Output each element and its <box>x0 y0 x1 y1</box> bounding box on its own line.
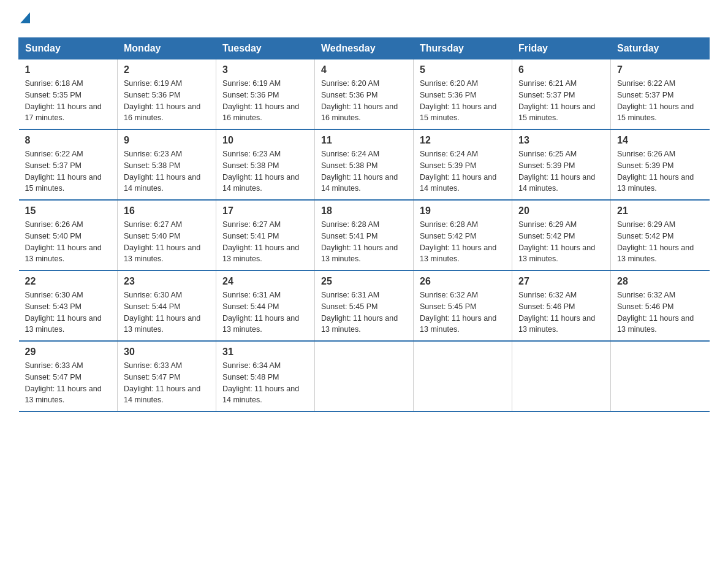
calendar-cell: 18Sunrise: 6:28 AMSunset: 5:41 PMDayligh… <box>315 200 414 270</box>
day-info: Sunrise: 6:34 AMSunset: 5:48 PMDaylight:… <box>222 360 308 406</box>
calendar-cell <box>512 341 611 412</box>
day-number: 23 <box>124 276 210 287</box>
calendar-cell: 23Sunrise: 6:30 AMSunset: 5:44 PMDayligh… <box>118 270 216 341</box>
day-info: Sunrise: 6:26 AMSunset: 5:39 PMDaylight:… <box>617 148 703 194</box>
day-number: 24 <box>222 276 308 287</box>
calendar-week-row: 8Sunrise: 6:22 AMSunset: 5:37 PMDaylight… <box>19 129 710 200</box>
logo <box>18 12 30 25</box>
calendar-cell: 3Sunrise: 6:19 AMSunset: 5:36 PMDaylight… <box>216 59 315 130</box>
day-number: 16 <box>124 205 210 216</box>
day-info: Sunrise: 6:23 AMSunset: 5:38 PMDaylight:… <box>124 148 210 194</box>
day-number: 7 <box>617 64 703 75</box>
calendar-cell: 21Sunrise: 6:29 AMSunset: 5:42 PMDayligh… <box>611 200 710 270</box>
svg-marker-0 <box>20 12 30 23</box>
day-info: Sunrise: 6:19 AMSunset: 5:36 PMDaylight:… <box>124 78 210 124</box>
day-number: 12 <box>420 135 506 146</box>
logo-triangle-icon <box>20 12 30 23</box>
header-sunday: Sunday <box>19 38 118 59</box>
calendar-cell: 29Sunrise: 6:33 AMSunset: 5:47 PMDayligh… <box>19 341 118 412</box>
header-saturday: Saturday <box>611 38 710 59</box>
calendar-table: SundayMondayTuesdayWednesdayThursdayFrid… <box>18 37 710 412</box>
day-number: 10 <box>222 135 308 146</box>
header-tuesday: Tuesday <box>216 38 315 59</box>
calendar-cell: 5Sunrise: 6:20 AMSunset: 5:36 PMDaylight… <box>414 59 512 130</box>
day-number: 22 <box>25 276 112 287</box>
header-monday: Monday <box>118 38 216 59</box>
day-number: 11 <box>321 135 407 146</box>
calendar-cell: 28Sunrise: 6:32 AMSunset: 5:46 PMDayligh… <box>611 270 710 341</box>
calendar-cell: 26Sunrise: 6:32 AMSunset: 5:45 PMDayligh… <box>414 270 512 341</box>
day-info: Sunrise: 6:20 AMSunset: 5:36 PMDaylight:… <box>420 78 506 124</box>
calendar-cell: 4Sunrise: 6:20 AMSunset: 5:36 PMDaylight… <box>315 59 414 130</box>
header-thursday: Thursday <box>414 38 512 59</box>
day-info: Sunrise: 6:31 AMSunset: 5:45 PMDaylight:… <box>321 289 407 335</box>
day-number: 13 <box>518 135 604 146</box>
calendar-cell: 1Sunrise: 6:18 AMSunset: 5:35 PMDaylight… <box>19 59 118 130</box>
day-number: 2 <box>124 64 210 75</box>
day-number: 30 <box>124 347 210 358</box>
calendar-cell: 14Sunrise: 6:26 AMSunset: 5:39 PMDayligh… <box>611 129 710 200</box>
calendar-cell: 17Sunrise: 6:27 AMSunset: 5:41 PMDayligh… <box>216 200 315 270</box>
day-number: 18 <box>321 205 407 216</box>
header-wednesday: Wednesday <box>315 38 414 59</box>
day-info: Sunrise: 6:24 AMSunset: 5:39 PMDaylight:… <box>420 148 506 194</box>
calendar-cell <box>414 341 512 412</box>
day-info: Sunrise: 6:31 AMSunset: 5:44 PMDaylight:… <box>222 289 308 335</box>
calendar-cell: 15Sunrise: 6:26 AMSunset: 5:40 PMDayligh… <box>19 200 118 270</box>
day-info: Sunrise: 6:32 AMSunset: 5:46 PMDaylight:… <box>617 289 703 335</box>
day-number: 20 <box>518 205 604 216</box>
day-info: Sunrise: 6:30 AMSunset: 5:43 PMDaylight:… <box>25 289 112 335</box>
day-info: Sunrise: 6:22 AMSunset: 5:37 PMDaylight:… <box>25 148 112 194</box>
header-friday: Friday <box>512 38 611 59</box>
day-number: 3 <box>222 64 308 75</box>
page-header <box>18 12 710 25</box>
day-number: 5 <box>420 64 506 75</box>
day-info: Sunrise: 6:33 AMSunset: 5:47 PMDaylight:… <box>25 360 112 406</box>
day-info: Sunrise: 6:21 AMSunset: 5:37 PMDaylight:… <box>518 78 604 124</box>
day-number: 1 <box>25 64 112 75</box>
day-number: 27 <box>518 276 604 287</box>
day-number: 19 <box>420 205 506 216</box>
day-info: Sunrise: 6:23 AMSunset: 5:38 PMDaylight:… <box>222 148 308 194</box>
day-number: 29 <box>25 347 112 358</box>
day-number: 14 <box>617 135 703 146</box>
day-info: Sunrise: 6:32 AMSunset: 5:46 PMDaylight:… <box>518 289 604 335</box>
day-info: Sunrise: 6:28 AMSunset: 5:42 PMDaylight:… <box>420 219 506 265</box>
calendar-cell: 2Sunrise: 6:19 AMSunset: 5:36 PMDaylight… <box>118 59 216 130</box>
day-number: 6 <box>518 64 604 75</box>
day-info: Sunrise: 6:32 AMSunset: 5:45 PMDaylight:… <box>420 289 506 335</box>
day-number: 8 <box>25 135 112 146</box>
calendar-cell: 20Sunrise: 6:29 AMSunset: 5:42 PMDayligh… <box>512 200 611 270</box>
calendar-cell <box>315 341 414 412</box>
calendar-header-row: SundayMondayTuesdayWednesdayThursdayFrid… <box>19 38 710 59</box>
calendar-cell: 6Sunrise: 6:21 AMSunset: 5:37 PMDaylight… <box>512 59 611 130</box>
day-number: 21 <box>617 205 703 216</box>
day-info: Sunrise: 6:19 AMSunset: 5:36 PMDaylight:… <box>222 78 308 124</box>
calendar-cell: 7Sunrise: 6:22 AMSunset: 5:37 PMDaylight… <box>611 59 710 130</box>
day-number: 25 <box>321 276 407 287</box>
day-info: Sunrise: 6:30 AMSunset: 5:44 PMDaylight:… <box>124 289 210 335</box>
calendar-cell: 11Sunrise: 6:24 AMSunset: 5:38 PMDayligh… <box>315 129 414 200</box>
day-info: Sunrise: 6:27 AMSunset: 5:41 PMDaylight:… <box>222 219 308 265</box>
day-number: 17 <box>222 205 308 216</box>
day-info: Sunrise: 6:33 AMSunset: 5:47 PMDaylight:… <box>124 360 210 406</box>
calendar-week-row: 15Sunrise: 6:26 AMSunset: 5:40 PMDayligh… <box>19 200 710 270</box>
calendar-cell: 13Sunrise: 6:25 AMSunset: 5:39 PMDayligh… <box>512 129 611 200</box>
calendar-cell: 24Sunrise: 6:31 AMSunset: 5:44 PMDayligh… <box>216 270 315 341</box>
calendar-cell: 25Sunrise: 6:31 AMSunset: 5:45 PMDayligh… <box>315 270 414 341</box>
day-number: 31 <box>222 347 308 358</box>
calendar-cell: 19Sunrise: 6:28 AMSunset: 5:42 PMDayligh… <box>414 200 512 270</box>
day-info: Sunrise: 6:24 AMSunset: 5:38 PMDaylight:… <box>321 148 407 194</box>
day-info: Sunrise: 6:20 AMSunset: 5:36 PMDaylight:… <box>321 78 407 124</box>
calendar-week-row: 1Sunrise: 6:18 AMSunset: 5:35 PMDaylight… <box>19 59 710 130</box>
day-info: Sunrise: 6:25 AMSunset: 5:39 PMDaylight:… <box>518 148 604 194</box>
day-info: Sunrise: 6:27 AMSunset: 5:40 PMDaylight:… <box>124 219 210 265</box>
day-info: Sunrise: 6:28 AMSunset: 5:41 PMDaylight:… <box>321 219 407 265</box>
day-number: 26 <box>420 276 506 287</box>
day-info: Sunrise: 6:29 AMSunset: 5:42 PMDaylight:… <box>518 219 604 265</box>
calendar-cell: 22Sunrise: 6:30 AMSunset: 5:43 PMDayligh… <box>19 270 118 341</box>
calendar-cell: 30Sunrise: 6:33 AMSunset: 5:47 PMDayligh… <box>118 341 216 412</box>
day-number: 4 <box>321 64 407 75</box>
day-info: Sunrise: 6:22 AMSunset: 5:37 PMDaylight:… <box>617 78 703 124</box>
calendar-week-row: 22Sunrise: 6:30 AMSunset: 5:43 PMDayligh… <box>19 270 710 341</box>
